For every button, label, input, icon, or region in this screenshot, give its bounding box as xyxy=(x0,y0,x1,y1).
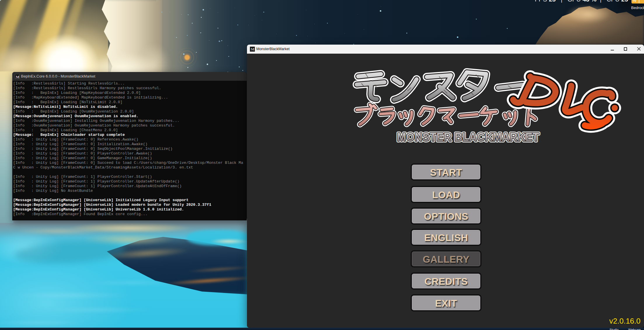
svg-text:MONSTER BLACKMARKET: MONSTER BLACKMARKET xyxy=(397,131,539,143)
